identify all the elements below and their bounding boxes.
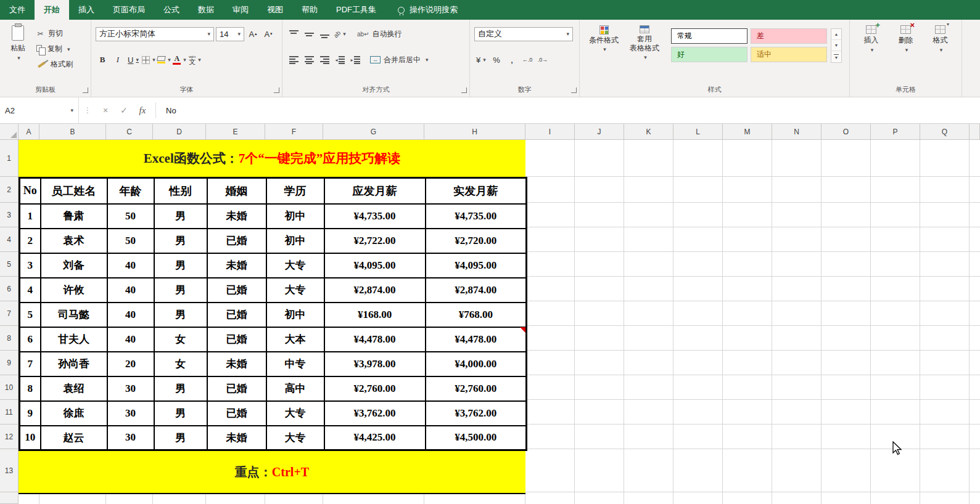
cell-r10-c7[interactable]: ¥2,760.00 (426, 376, 527, 401)
formula-input[interactable]: No (160, 106, 176, 115)
cell-r12-c3[interactable]: 男 (154, 426, 207, 450)
row-header-partial[interactable] (0, 492, 19, 504)
cell-r6-c5[interactable]: 大专 (266, 278, 324, 303)
cell-r9-c5[interactable]: 中专 (266, 352, 324, 376)
column-header-M[interactable]: M (723, 124, 772, 140)
column-header-O[interactable]: O (821, 124, 871, 140)
tab-开始[interactable]: 开始 (35, 0, 69, 20)
table-header-5[interactable]: 学历 (266, 178, 324, 204)
cell-r7-c3[interactable]: 男 (154, 303, 207, 327)
format-painter-button[interactable]: 格式刷 (36, 58, 73, 71)
cell-r11-c4[interactable]: 已婚 (207, 401, 266, 426)
cell-r10-c0[interactable]: 8 (20, 376, 41, 401)
insert-function-icon[interactable]: fx (133, 105, 152, 116)
column-header-H[interactable]: H (424, 124, 525, 140)
row-header-3[interactable]: 3 (0, 203, 19, 227)
column-header-partial[interactable] (970, 124, 980, 140)
cell-r3-c6[interactable]: ¥4,735.00 (324, 204, 426, 229)
title-banner[interactable]: Excel函数公式：7个“一键完成”应用技巧解读 (19, 140, 525, 177)
row-header-2[interactable]: 2 (0, 177, 19, 203)
cell-r9-c3[interactable]: 女 (154, 352, 207, 376)
row-header-1[interactable]: 1 (0, 140, 19, 177)
style-chip-常规[interactable]: 常规 (671, 28, 747, 44)
table-header-4[interactable]: 婚姻 (207, 178, 266, 204)
decrease-font-size-button[interactable]: A▾ (261, 27, 275, 41)
table-header-3[interactable]: 性别 (154, 178, 207, 204)
cell-r11-c5[interactable]: 大专 (266, 401, 324, 426)
decrease-indent-button[interactable]: ◂ (333, 53, 347, 67)
format-cells-button[interactable]: 格式 ▾ (925, 21, 956, 83)
cell-r5-c1[interactable]: 刘备 (41, 253, 107, 278)
cell-r6-c4[interactable]: 已婚 (207, 278, 266, 303)
cell-r8-c0[interactable]: 6 (20, 327, 41, 352)
cell-r12-c4[interactable]: 未婚 (207, 426, 266, 450)
cell-r3-c5[interactable]: 初中 (266, 204, 324, 229)
cell-r10-c3[interactable]: 男 (154, 376, 207, 401)
table-header-6[interactable]: 应发月薪 (324, 178, 426, 204)
cell-r6-c2[interactable]: 40 (107, 278, 154, 303)
clipboard-dialog-launcher[interactable] (83, 87, 88, 93)
cell-r9-c6[interactable]: ¥3,978.00 (324, 352, 426, 376)
row-header-6[interactable]: 6 (0, 277, 19, 301)
font-dialog-launcher[interactable] (274, 87, 279, 93)
table-header-2[interactable]: 年龄 (107, 178, 154, 204)
merge-center-button[interactable]: ↔ 合并后居中 ▾ (370, 54, 429, 67)
cell-r12-c2[interactable]: 30 (107, 426, 154, 450)
cell-r6-c0[interactable]: 4 (20, 278, 41, 303)
font-size-select[interactable]: 14 ▾ (216, 27, 244, 41)
wrap-text-button[interactable]: ab↵ 自动换行 (357, 28, 402, 41)
row-header-5[interactable]: 5 (0, 252, 19, 277)
cell-r6-c3[interactable]: 男 (154, 278, 207, 303)
cell-r7-c4[interactable]: 已婚 (207, 303, 266, 327)
cell-r10-c4[interactable]: 已婚 (207, 376, 266, 401)
phonetic-guide-button[interactable]: wén文 ▾ (188, 53, 202, 67)
cell-r10-c6[interactable]: ¥2,760.00 (324, 376, 426, 401)
cell-r5-c0[interactable]: 3 (20, 253, 41, 278)
underline-button[interactable]: U▾ (126, 53, 140, 67)
cell-r11-c1[interactable]: 徐庶 (41, 401, 107, 426)
name-box[interactable]: A2 ▾ (0, 97, 79, 123)
cell-r9-c7[interactable]: ¥4,000.00 (426, 352, 527, 376)
tab-视图[interactable]: 视图 (258, 0, 292, 20)
cell-r7-c0[interactable]: 5 (20, 303, 41, 327)
font-name-select[interactable]: 方正小标宋简体 ▾ (96, 27, 214, 41)
cell-r3-c3[interactable]: 男 (154, 204, 207, 229)
font-color-button[interactable]: A ▾ (173, 53, 186, 67)
cell-r5-c2[interactable]: 40 (107, 253, 154, 278)
cell-r10-c2[interactable]: 30 (107, 376, 154, 401)
gallery-scroll-up-icon[interactable]: ▲ (831, 29, 841, 40)
cell-r5-c6[interactable]: ¥4,095.00 (324, 253, 426, 278)
column-header-J[interactable]: J (575, 124, 624, 140)
column-header-B[interactable]: B (39, 124, 106, 140)
cell-r4-c3[interactable]: 男 (154, 229, 207, 253)
cancel-entry-icon[interactable]: × (96, 105, 115, 115)
cell-r4-c5[interactable]: 初中 (266, 229, 324, 253)
cell-r8-c5[interactable]: 大本 (266, 327, 324, 352)
cell-r12-c0[interactable]: 10 (20, 426, 41, 450)
cell-r8-c7[interactable]: ¥4,478.00 (426, 327, 527, 352)
cell-r7-c6[interactable]: ¥168.00 (324, 303, 426, 327)
tab-帮助[interactable]: 帮助 (292, 0, 327, 20)
copy-button[interactable]: 复制 ▾ (36, 43, 73, 55)
cell-r12-c5[interactable]: 大专 (266, 426, 324, 450)
cell-r5-c7[interactable]: ¥4,095.00 (426, 253, 527, 278)
style-chip-差[interactable]: 差 (751, 28, 827, 44)
borders-button[interactable]: ▾ (142, 53, 155, 67)
table-header-0[interactable]: No (20, 178, 41, 204)
footer-banner[interactable]: 重点：Ctrl+T (19, 451, 525, 494)
table-header-1[interactable]: 员工姓名 (41, 178, 107, 204)
column-header-L[interactable]: L (673, 124, 723, 140)
cell-r9-c2[interactable]: 20 (107, 352, 154, 376)
cell-r6-c6[interactable]: ¥2,874.00 (324, 278, 426, 303)
confirm-entry-icon[interactable]: ✓ (115, 105, 133, 115)
row-header-4[interactable]: 4 (0, 227, 19, 252)
tab-公式[interactable]: 公式 (154, 0, 189, 20)
cell-r12-c6[interactable]: ¥4,425.00 (324, 426, 426, 450)
style-chip-适中[interactable]: 适中 (751, 47, 827, 62)
row-header-12[interactable]: 12 (0, 425, 19, 449)
insert-cells-button[interactable]: 插入 ▾ (856, 21, 887, 83)
cell-r8-c3[interactable]: 女 (154, 327, 207, 352)
column-header-F[interactable]: F (265, 124, 323, 140)
tab-文件[interactable]: 文件 (0, 0, 35, 20)
align-center-button[interactable] (302, 53, 316, 67)
